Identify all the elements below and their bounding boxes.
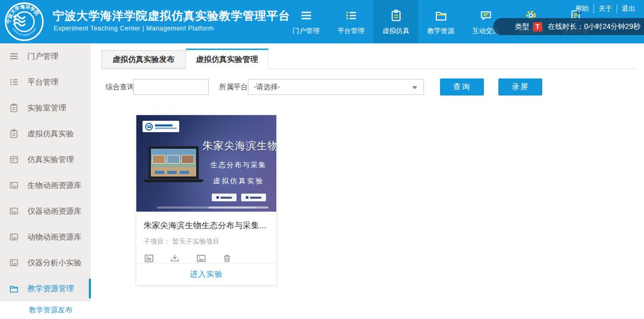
- sidebar-subitem-teaching-resource-publish[interactable]: 教学资源发布: [29, 306, 72, 315]
- main-content: 虚拟仿真实验发布 虚拟仿真实验管理 综合查询 所属平台 -请选择- 查询 录屏: [91, 43, 644, 319]
- nav-item-teaching-resources[interactable]: 教学资源: [418, 0, 463, 43]
- card-action-bar: [144, 253, 232, 264]
- account-links: 帮助 关于 退出: [571, 4, 640, 13]
- query-label: 综合查询: [105, 78, 134, 95]
- query-input[interactable]: [133, 79, 209, 95]
- trash-icon[interactable]: [222, 253, 232, 264]
- app-window: 宁波大学海洋学院 SCHOOL OF MARINE SCIENCE NINGBO…: [0, 0, 644, 319]
- experiment-title: 朱家尖海滨生物生态分布与采集...: [144, 220, 269, 231]
- menu-icon: [9, 51, 19, 61]
- thumbnail-buttons: [202, 194, 275, 201]
- download-icon[interactable]: [169, 253, 180, 264]
- sidebar-item-sim-exp-mgmt[interactable]: 仿真实验管理: [0, 147, 91, 172]
- detail-icon[interactable]: [144, 253, 154, 264]
- thumbnail-title-block: 朱家尖海滨生物 生态分布与采集 虚拟仿真实验: [202, 139, 275, 209]
- media-icon: [9, 258, 19, 268]
- folder-icon: [9, 283, 19, 294]
- card-footer: 进入实验: [136, 263, 276, 285]
- tab-virtual-sim-manage[interactable]: 虚拟仿真实验管理: [186, 49, 269, 69]
- page-subtitle: Experiment Teaching Center | Management …: [54, 25, 214, 32]
- sidebar-item-instrument-animation-lib[interactable]: 仪器动画资源库: [0, 198, 91, 224]
- app-header: 宁波大学海洋学院 SCHOOL OF MARINE SCIENCE NINGBO…: [0, 0, 644, 43]
- sidebar-item-animal-animation-lib[interactable]: 动物动画资源库: [0, 224, 91, 250]
- search-button[interactable]: 查询: [440, 78, 484, 95]
- chevron-down-icon: [412, 86, 417, 89]
- type-label: 类型: [515, 22, 529, 31]
- sidebar-item-virtual-sim-exp[interactable]: 虚拟仿真实验: [0, 121, 91, 147]
- media-icon: [9, 232, 19, 242]
- type-badge: T: [533, 22, 542, 31]
- clipboard-icon: [9, 129, 19, 139]
- subproject-label: 子项目：: [144, 237, 170, 245]
- board-icon: [9, 154, 19, 165]
- sidebar-item-instrument-analysis[interactable]: 仪器分析小实验: [0, 250, 91, 276]
- experiment-card: 朱家尖海滨生物 生态分布与采集 虚拟仿真实验 朱家尖海滨生物生态分布与采集...…: [136, 115, 277, 285]
- sidebar-item-bio-animation-lib[interactable]: 生物动画资源库: [0, 172, 91, 198]
- sidebar: 门户管理 平台管理 实验室管理 虚拟仿真实验 仿真实验管理 生物动画资源库 仪器…: [0, 43, 91, 319]
- nav-item-virtual-sim[interactable]: 虚拟仿真: [373, 0, 418, 43]
- logout-link[interactable]: 退出: [617, 4, 640, 13]
- filter-bar: 综合查询 所属平台 -请选择- 查询 录屏: [91, 78, 644, 95]
- thumbnail-copyright-line: [157, 206, 256, 209]
- media-icon: [9, 180, 19, 190]
- nav-item-platform[interactable]: 平台管理: [328, 0, 373, 43]
- menu-icon: [300, 9, 313, 22]
- folder-icon: [434, 9, 448, 22]
- subproject-value: 暂无子实验项目: [172, 237, 219, 245]
- session-status-overlay: 类型 T 在线时长：0小时24分钟29秒: [493, 18, 644, 35]
- sidebar-item-lab-mgmt[interactable]: 实验室管理: [0, 95, 91, 121]
- university-logo: 宁波大学海洋学院 SCHOOL OF MARINE SCIENCE NINGBO…: [4, 2, 44, 42]
- media-icon: [9, 206, 19, 216]
- image-icon[interactable]: [196, 253, 207, 264]
- sidebar-submenu: 教学资源发布: [0, 301, 91, 319]
- thumbnail-title-line1: 朱家尖海滨生物: [202, 139, 275, 153]
- platform-label: 所属平台: [219, 78, 248, 95]
- experiment-subprojects: 子项目： 暂无子实验项目: [144, 237, 269, 246]
- experiment-thumbnail[interactable]: 朱家尖海滨生物 生态分布与采集 虚拟仿真实验: [136, 115, 276, 212]
- thumbnail-button: [212, 194, 237, 201]
- thumbnail-title-line3: 虚拟仿真实验: [202, 177, 275, 186]
- thumbnail-button: [241, 194, 266, 201]
- tab-virtual-sim-publish[interactable]: 虚拟仿真实验发布: [101, 50, 186, 69]
- laptop-illustration: [144, 146, 203, 182]
- clipboard-icon: [9, 103, 19, 113]
- thumbnail-title-line2: 生态分布与采集: [202, 161, 275, 170]
- tab-divider: [101, 69, 636, 69]
- page-title: 宁波大学海洋学院虚拟仿真实验教学管理平台: [53, 8, 290, 24]
- sidebar-item-portal[interactable]: 门户管理: [0, 43, 91, 69]
- list-icon: [344, 9, 358, 22]
- enter-experiment-link[interactable]: 进入实验: [190, 269, 223, 279]
- nav-item-portal[interactable]: 门户管理: [284, 0, 328, 43]
- list-icon: [9, 77, 19, 87]
- record-screen-button[interactable]: 录屏: [498, 78, 542, 95]
- clipboard-icon: [389, 9, 403, 22]
- sidebar-item-teaching-resource-mgmt[interactable]: 教学资源管理: [0, 276, 91, 301]
- platform-select-value: -请选择-: [254, 83, 280, 92]
- help-link[interactable]: 帮助: [571, 4, 593, 13]
- online-duration: 在线时长：0小时24分钟29秒: [548, 22, 640, 31]
- sidebar-item-platform[interactable]: 平台管理: [0, 69, 91, 95]
- platform-select[interactable]: -请选择-: [248, 79, 424, 95]
- thumbnail-logo: [143, 121, 179, 132]
- chat-icon: [479, 9, 493, 22]
- about-link[interactable]: 关于: [593, 4, 617, 13]
